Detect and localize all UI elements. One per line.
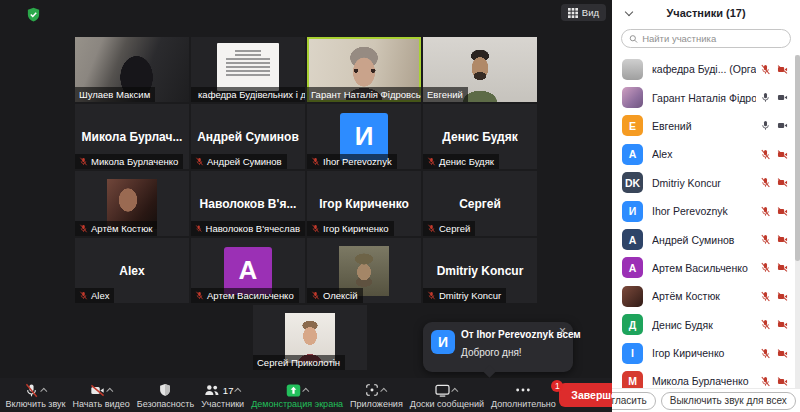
participant-name: Alex [652, 148, 756, 160]
scrollbar-thumb[interactable] [795, 55, 800, 261]
participant-row[interactable]: ЕЕвгений [612, 112, 794, 140]
tile-name-label: Ігор Кириченко [307, 221, 394, 236]
mic-muted-icon [427, 157, 436, 166]
tile-name-label: Артем Васильченко [191, 288, 299, 303]
participant-av-status [760, 149, 788, 160]
participant-name: кафедра Буді... (Организатор, я) [652, 63, 756, 75]
mic-muted-icon [760, 291, 771, 302]
chat-notification-popup[interactable]: И От Ihor Perevoznyk всем Доброго дня! × [423, 322, 573, 372]
toolbar-item-whiteboard[interactable]: Доски сообщений [406, 381, 487, 410]
participant-av-status [760, 319, 788, 330]
video-tile[interactable]: Ігор Кириченко Ігор Кириченко [307, 171, 421, 236]
video-tile[interactable]: Сергей Приколотін [253, 305, 367, 370]
panel-scrollbar[interactable] [795, 55, 800, 388]
toolbar-item-more[interactable]: Дополнительно1 [488, 381, 560, 410]
toolbar-item-apps[interactable]: Приложения [347, 381, 407, 410]
notification-badge: 1 [551, 380, 563, 392]
participant-row[interactable]: ААндрей Суминов [612, 225, 794, 253]
chevron-up-icon[interactable] [40, 387, 47, 394]
toolbar-item-camera-muted[interactable]: Начать видео [69, 381, 133, 410]
participant-row[interactable]: ИIhor Perevoznyk [612, 197, 794, 225]
participant-name: Микола Бурлаченко [652, 375, 756, 387]
camera-on-icon [777, 92, 788, 103]
toolbar-item-participants[interactable]: 17Участники [198, 381, 248, 410]
participant-row[interactable]: ІІгор Кириченко [612, 339, 794, 367]
chevron-up-icon[interactable] [381, 387, 388, 394]
toolbar-item-label: Доски сообщений [410, 399, 484, 409]
participant-row[interactable]: ДДенис Будяк [612, 311, 794, 339]
mic-muted-icon [760, 64, 771, 75]
tile-name-label: Микола Бурлаченко [75, 154, 183, 169]
toolbar-item-label: Участники [201, 399, 244, 409]
camera-muted-icon [90, 383, 105, 398]
mic-muted-icon [427, 224, 436, 233]
mic-on-icon [760, 120, 771, 131]
participant-row[interactable]: Гарант Наталія Фідровська [612, 83, 794, 111]
participant-name: Гарант Наталія Фідровська [652, 92, 756, 104]
grid-view-icon [568, 8, 578, 18]
video-tile[interactable]: Сергей Сергей [423, 171, 537, 236]
participant-row[interactable]: кафедра Буді... (Организатор, я) [612, 55, 794, 83]
participant-av-status [760, 206, 788, 217]
chevron-up-icon[interactable] [235, 387, 242, 394]
video-tile[interactable]: Андрей Суминов Андрей Суминов [191, 104, 305, 169]
participant-avatar: A [622, 144, 643, 165]
meeting-toolbar: Включить звук Начать видео Безопасность … [0, 378, 612, 412]
participant-name: Евгений [652, 120, 756, 132]
participant-avatar [622, 87, 643, 108]
chat-sender-avatar: И [431, 330, 455, 354]
video-tile[interactable]: Евгений [423, 37, 537, 102]
participant-avatar: А [622, 229, 643, 250]
share-screen-icon [286, 383, 301, 398]
toolbar-item-shield[interactable]: Безопасность [133, 381, 197, 410]
participant-name: Dmitriy Koncur [652, 177, 756, 189]
participants-panel-title: Участники (17) [666, 7, 745, 19]
video-tile[interactable]: Шулаев Максим [75, 37, 189, 102]
end-meeting-button[interactable]: Завершение [559, 383, 612, 407]
participant-row[interactable]: ММикола Бурлаченко [612, 367, 794, 388]
chevron-up-icon[interactable] [302, 387, 309, 394]
video-tile[interactable]: кафедра Будівельних і до... [191, 37, 305, 102]
video-tile[interactable]: А Артем Васильченко [191, 238, 305, 303]
toolbar-item-label: Безопасность [137, 399, 194, 409]
participant-row[interactable]: AAlex [612, 140, 794, 168]
camera-muted-icon [777, 376, 788, 387]
video-tile[interactable]: Alex Alex [75, 238, 189, 303]
toolbar-item-share-screen[interactable]: Демонстрация экрана [248, 381, 347, 410]
view-button[interactable]: Вид [561, 4, 606, 21]
tile-name-label: Денис Будяк [423, 154, 499, 169]
participants-panel: Участники (17) кафедра Буді... (Организа… [612, 0, 800, 412]
video-tile[interactable]: Dmitriy Koncur Dmitriy Koncur [423, 238, 537, 303]
video-tile[interactable]: Олексій [307, 238, 421, 303]
participant-name: Андрей Суминов [652, 234, 756, 246]
video-tile[interactable]: Артём Костюк [75, 171, 189, 236]
video-tile[interactable]: Денис Будяк Денис Будяк [423, 104, 537, 169]
toolbar-item-mic-muted[interactable]: Включить звук [2, 381, 69, 410]
video-tile[interactable]: Гарант Наталія Фідровська [307, 37, 421, 102]
mic-muted-icon [311, 157, 320, 166]
search-input[interactable] [642, 33, 783, 44]
mute-all-button[interactable]: Выключить звук для всех [661, 392, 796, 410]
zoom-meeting-window: Вид Шулаев Максим кафедра Будівельних і … [0, 0, 800, 412]
chat-popup-message: Доброго дня! [461, 347, 565, 358]
participant-av-status [760, 376, 788, 387]
video-tile[interactable]: И Ihor Perevoznyk [307, 104, 421, 169]
mic-on-icon [760, 92, 771, 103]
mic-muted-icon [760, 234, 771, 245]
participant-av-status [760, 262, 788, 273]
participant-row[interactable]: Артём Костюк [612, 282, 794, 310]
participant-name: Артем Васильченко [652, 262, 756, 274]
video-tile[interactable]: Наволоков В'я... Наволоков В'ячеслав [191, 171, 305, 236]
chevron-up-icon[interactable] [452, 387, 459, 394]
participant-count: 17 [223, 385, 234, 396]
chevron-up-icon[interactable] [106, 387, 113, 394]
participant-row[interactable]: DKDmitriy Koncur [612, 169, 794, 197]
toolbar-item-label: Демонстрация экрана [251, 399, 343, 409]
video-tile[interactable]: Микола Бурлач... Микола Бурлаченко [75, 104, 189, 169]
close-icon[interactable]: × [559, 325, 566, 337]
shared-document [217, 43, 279, 91]
participant-row[interactable]: ААртем Васильченко [612, 254, 794, 282]
encryption-shield-icon[interactable] [26, 7, 41, 23]
participant-search[interactable] [621, 29, 791, 48]
chevron-down-icon[interactable] [625, 8, 633, 16]
